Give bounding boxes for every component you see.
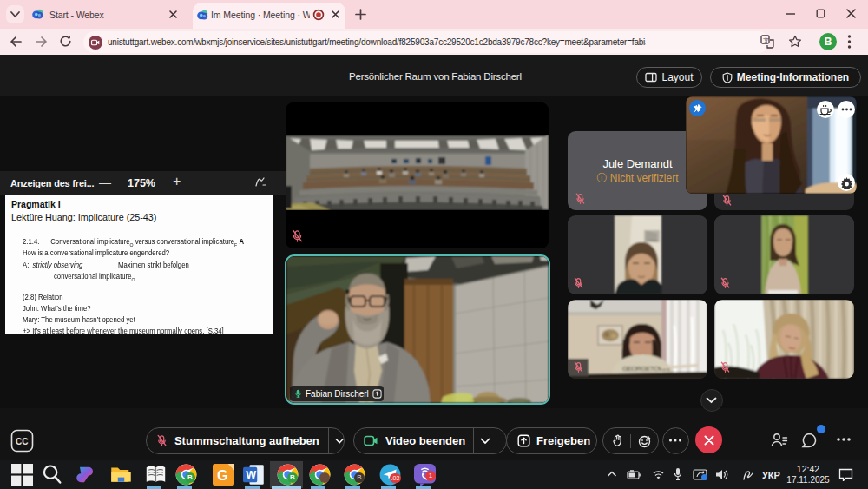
svg-text:CC: CC: [16, 437, 28, 446]
svg-text:W: W: [246, 469, 256, 481]
svg-text:G: G: [217, 467, 228, 483]
svg-text:文: 文: [763, 36, 770, 44]
